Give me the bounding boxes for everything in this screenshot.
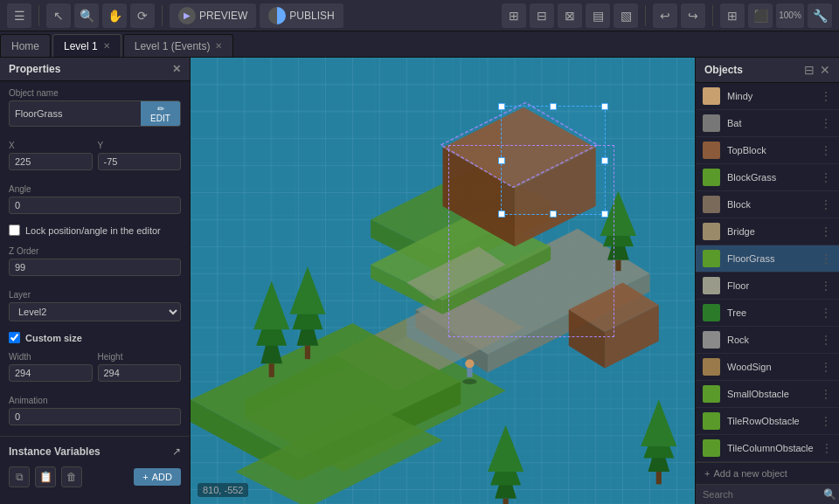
object-menu-bridge[interactable]: ⋮ bbox=[820, 224, 832, 238]
object-menu-woodsign[interactable]: ⋮ bbox=[820, 360, 832, 374]
object-item-bat[interactable]: Bat⋮ bbox=[696, 110, 839, 137]
custom-size-checkbox[interactable] bbox=[9, 332, 20, 343]
publish-button[interactable]: PUBLISH bbox=[260, 3, 343, 28]
select-tool[interactable]: ↖ bbox=[46, 3, 71, 28]
tab-level1[interactable]: Level 1 ✕ bbox=[52, 34, 121, 57]
object-name-input[interactable] bbox=[10, 101, 141, 126]
grid-button[interactable]: ⊞ bbox=[720, 3, 745, 28]
object-menu-topblock[interactable]: ⋮ bbox=[820, 143, 832, 157]
tool-2[interactable]: ⊟ bbox=[530, 3, 554, 28]
tool-1[interactable]: ⊞ bbox=[502, 3, 526, 28]
zorder-input[interactable] bbox=[9, 259, 181, 276]
add-object-row[interactable]: + Add a new object bbox=[696, 462, 839, 484]
search-input[interactable] bbox=[703, 489, 823, 500]
zoom-tool[interactable]: 🔍 bbox=[74, 3, 99, 28]
delete-icon[interactable]: 🗑 bbox=[61, 466, 82, 487]
filter-icon[interactable]: ⊟ bbox=[804, 63, 815, 77]
object-item-smallobstacle[interactable]: SmallObstacle⋮ bbox=[696, 381, 839, 408]
canvas-area[interactable]: 810, -552 bbox=[191, 58, 695, 504]
hamburger-menu[interactable]: ☰ bbox=[7, 3, 31, 28]
object-item-topblock[interactable]: TopBlock⋮ bbox=[696, 137, 839, 164]
object-item-floorgrass[interactable]: FloorGrass⋮ bbox=[696, 245, 839, 273]
object-name-floorgrass: FloorGrass bbox=[727, 253, 813, 264]
object-name-bridge: Bridge bbox=[727, 226, 813, 237]
tab-home[interactable]: Home bbox=[0, 34, 51, 57]
object-item-tree[interactable]: Tree⋮ bbox=[696, 300, 839, 327]
external-link-icon[interactable]: ↗ bbox=[172, 445, 181, 458]
tab-level1-close[interactable]: ✕ bbox=[103, 41, 110, 51]
layer-select[interactable]: Level2 Level1 Background bbox=[9, 302, 181, 321]
object-menu-smallobstacle[interactable]: ⋮ bbox=[820, 387, 832, 401]
object-menu-floor[interactable]: ⋮ bbox=[820, 279, 832, 293]
width-input[interactable] bbox=[9, 364, 93, 382]
toolbar: ☰ ↖ 🔍 ✋ ⟳ ▶ PREVIEW PUBLISH ⊞ ⊟ ⊠ ▤ ▧ ↩ … bbox=[0, 0, 839, 31]
undo-button[interactable]: ↩ bbox=[653, 3, 677, 28]
preview-button[interactable]: ▶ PREVIEW bbox=[170, 3, 256, 28]
object-menu-block[interactable]: ⋮ bbox=[820, 197, 832, 211]
lock-checkbox[interactable] bbox=[9, 224, 20, 236]
y-input[interactable] bbox=[98, 153, 182, 170]
separator-4 bbox=[712, 5, 713, 26]
tool-4[interactable]: ▤ bbox=[586, 3, 610, 28]
object-item-tilecolumnobstacle[interactable]: TileColumnObstacle⋮ bbox=[696, 435, 839, 462]
main-area: Properties ✕ Object name ✏ EDIT X Y bbox=[0, 58, 839, 504]
object-name-woodsign: WoodSign bbox=[727, 362, 813, 372]
object-menu-rock[interactable]: ⋮ bbox=[820, 333, 832, 347]
layer-label: Layer bbox=[9, 290, 181, 300]
object-item-floor[interactable]: Floor⋮ bbox=[696, 273, 839, 300]
add-button[interactable]: + ADD bbox=[134, 468, 181, 486]
zorder-section: Z Order bbox=[0, 239, 190, 283]
object-name-bat: Bat bbox=[727, 118, 813, 128]
animation-section: Animation bbox=[0, 389, 190, 432]
object-item-block[interactable]: Block⋮ bbox=[696, 191, 839, 218]
zorder-label: Z Order bbox=[9, 246, 181, 256]
edit-button[interactable]: ✏ EDIT bbox=[141, 101, 180, 126]
copy-icon[interactable]: ⧉ bbox=[9, 466, 30, 487]
x-input[interactable] bbox=[9, 153, 93, 170]
object-item-woodsign[interactable]: WoodSign⋮ bbox=[696, 354, 839, 381]
svg-rect-68 bbox=[615, 260, 621, 271]
objects-close-icon[interactable]: ✕ bbox=[820, 63, 830, 77]
object-menu-tilecolumnobstacle[interactable]: ⋮ bbox=[821, 441, 833, 455]
layers-button[interactable]: ⬛ bbox=[748, 3, 773, 28]
height-input[interactable] bbox=[98, 364, 182, 382]
add-object-label: Add a new object bbox=[713, 468, 787, 479]
object-name-tree: Tree bbox=[727, 307, 813, 318]
instance-vars-title: Instance Variables bbox=[9, 445, 101, 458]
svg-rect-78 bbox=[467, 368, 472, 376]
object-item-blockgrass[interactable]: BlockGrass⋮ bbox=[696, 164, 839, 191]
paste-icon[interactable]: 📋 bbox=[35, 466, 56, 487]
lock-row: Lock position/angle in the editor bbox=[0, 221, 190, 239]
tab-level1-events-close[interactable]: ✕ bbox=[215, 41, 222, 51]
object-item-bridge[interactable]: Bridge⋮ bbox=[696, 218, 839, 245]
rotate-tool[interactable]: ⟳ bbox=[130, 3, 155, 28]
animation-input[interactable] bbox=[9, 408, 181, 425]
svg-rect-76 bbox=[503, 499, 509, 504]
redo-button[interactable]: ↪ bbox=[681, 3, 705, 28]
coords-value: 810, -552 bbox=[203, 485, 243, 495]
object-menu-tilerowobstacle[interactable]: ⋮ bbox=[820, 414, 832, 428]
object-menu-mindy[interactable]: ⋮ bbox=[820, 89, 832, 103]
settings-button[interactable]: 🔧 bbox=[808, 3, 832, 28]
object-item-rock[interactable]: Rock⋮ bbox=[696, 327, 839, 354]
object-menu-floorgrass[interactable]: ⋮ bbox=[820, 252, 832, 266]
hand-tool[interactable]: ✋ bbox=[102, 3, 127, 28]
action-icons: ⧉ 📋 🗑 bbox=[9, 466, 82, 487]
animation-label: Animation bbox=[9, 396, 181, 405]
object-menu-bat[interactable]: ⋮ bbox=[820, 116, 832, 130]
tool-5[interactable]: ▧ bbox=[614, 3, 638, 28]
tool-3[interactable]: ⊠ bbox=[558, 3, 582, 28]
object-menu-blockgrass[interactable]: ⋮ bbox=[820, 170, 832, 184]
angle-label: Angle bbox=[9, 184, 181, 194]
object-item-tilerowobstacle[interactable]: TileRowObstacle⋮ bbox=[696, 408, 839, 435]
zoom-level[interactable]: 100% bbox=[776, 3, 804, 28]
properties-close[interactable]: ✕ bbox=[172, 63, 181, 75]
object-menu-tree[interactable]: ⋮ bbox=[820, 306, 832, 320]
object-item-mindy[interactable]: Mindy⋮ bbox=[696, 83, 839, 110]
object-name-topblock: TopBlock bbox=[727, 145, 813, 155]
custom-size-row: Custom size bbox=[0, 328, 190, 345]
tab-level1-events-label: Level 1 (Events) bbox=[135, 40, 211, 52]
angle-input[interactable] bbox=[9, 197, 181, 214]
tab-level1-events[interactable]: Level 1 (Events) ✕ bbox=[123, 34, 234, 57]
separator-2 bbox=[162, 5, 163, 26]
